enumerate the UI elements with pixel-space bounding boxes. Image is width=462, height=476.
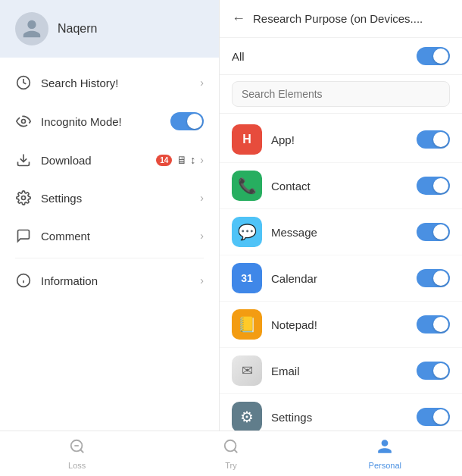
nav-label-personal: Personal: [369, 461, 401, 470]
try-icon: [223, 438, 239, 459]
app-toggle[interactable]: [417, 408, 450, 426]
arrow-icon: ↕: [190, 154, 195, 166]
chevron-icon: ›: [200, 230, 204, 242]
nav-label-loss: Loss: [68, 461, 86, 470]
incognito-toggle[interactable]: [170, 112, 204, 130]
svg-point-10: [225, 440, 236, 451]
app-toggle[interactable]: [417, 130, 450, 149]
back-button[interactable]: ←: [232, 11, 245, 27]
sidebar-item-settings[interactable]: Settings ›: [0, 179, 219, 217]
avatar: [15, 12, 48, 45]
info-icon: [15, 272, 32, 289]
app-icon-settings: ⚙: [232, 402, 262, 431]
search-input[interactable]: [232, 81, 450, 107]
right-panel: ← Research Purpose (on Devices.... All H…: [220, 0, 462, 431]
apps-list: H App! 📞 Contact 💬 Message: [220, 114, 462, 431]
list-item: 💬 Message: [220, 209, 462, 255]
sidebar-item-incognito[interactable]: Incognito Mode!: [0, 102, 219, 141]
panel-title: Research Purpose (on Devices....: [253, 12, 450, 25]
search-history-label: Search History!: [41, 77, 200, 89]
app-toggle[interactable]: [417, 177, 450, 195]
search-bar: [220, 75, 462, 114]
list-item: ✉ Email: [220, 348, 462, 394]
svg-point-1: [22, 120, 26, 124]
list-item: 📞 Contact: [220, 163, 462, 209]
loss-icon: [69, 438, 86, 459]
app-toggle[interactable]: [417, 223, 450, 241]
app-icon-contact: 📞: [232, 171, 262, 201]
profile-section: Naqern: [0, 0, 219, 58]
information-label: Information: [41, 274, 200, 287]
app-name: Calendar: [271, 272, 417, 285]
all-label: All: [232, 50, 417, 63]
sidebar-item-search-history[interactable]: Search History! ›: [0, 64, 219, 102]
app-toggle[interactable]: [417, 362, 450, 380]
nav-item-try[interactable]: Try: [154, 438, 307, 470]
list-item: 📒 Notepad!: [220, 302, 462, 348]
app-icon-notepad: 📒: [232, 309, 262, 340]
comment-label: Comment: [41, 230, 200, 243]
chevron-icon: ›: [200, 274, 204, 287]
svg-line-11: [234, 449, 237, 453]
app-icon-email: ✉: [232, 355, 262, 386]
chevron-icon: ›: [200, 154, 204, 166]
nav-label-try: Try: [225, 461, 236, 470]
bottom-nav: Loss Try Personal: [0, 431, 462, 476]
sidebar-item-information[interactable]: Information ›: [0, 261, 219, 299]
app-name: Settings: [271, 411, 417, 424]
personal-icon: [376, 438, 393, 459]
app-toggle[interactable]: [417, 315, 450, 334]
download-action-icons: 🖥 ↕: [176, 154, 195, 166]
download-badge: 14: [156, 155, 172, 166]
clock-icon: [15, 74, 32, 91]
app-name: Notepad!: [271, 318, 417, 331]
app-icon-calendar: 31: [232, 263, 262, 293]
list-item: H App!: [220, 117, 462, 163]
all-toggle[interactable]: [417, 47, 450, 65]
app-icon-huawei: H: [232, 124, 262, 155]
sidebar-item-download[interactable]: Download 14 🖥 ↕ ›: [0, 141, 219, 179]
app-name: App!: [271, 133, 417, 146]
list-item: ⚙ Settings: [220, 394, 462, 431]
profile-name: Naqern: [58, 22, 97, 36]
nav-item-personal[interactable]: Personal: [308, 438, 462, 470]
chevron-icon: ›: [200, 192, 204, 204]
chevron-icon: ›: [200, 77, 204, 89]
download-label: Download: [41, 154, 156, 167]
app-icon-message: 💬: [232, 217, 262, 247]
app-name: Email: [271, 365, 417, 377]
svg-point-3: [22, 196, 26, 200]
incognito-icon: [15, 113, 32, 130]
settings-label: Settings: [41, 192, 200, 205]
comment-icon: [15, 227, 32, 244]
download-icon: [15, 152, 32, 168]
settings-icon: [15, 189, 32, 206]
monitor-icon: 🖥: [176, 154, 187, 166]
app-toggle[interactable]: [417, 269, 450, 287]
sidebar-item-comment[interactable]: Comment ›: [0, 217, 219, 255]
incognito-label: Incognito Mode!: [41, 115, 170, 128]
app-name: Message: [271, 226, 417, 239]
right-header: ← Research Purpose (on Devices....: [220, 0, 462, 38]
nav-item-loss[interactable]: Loss: [0, 438, 154, 470]
app-name: Contact: [271, 180, 417, 193]
list-item: 31 Calendar: [220, 255, 462, 302]
all-row: All: [220, 38, 462, 75]
left-panel: Naqern Search History! ›: [0, 0, 220, 431]
svg-line-8: [80, 449, 83, 453]
separator: [15, 258, 204, 258]
menu-list: Search History! › Incognito Mode!: [0, 58, 219, 431]
